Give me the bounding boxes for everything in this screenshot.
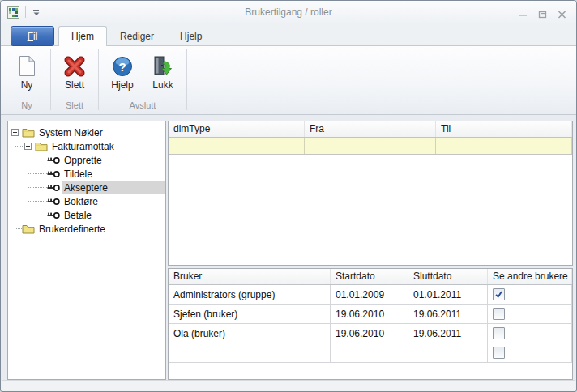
group-separator bbox=[98, 49, 99, 110]
svg-text:?: ? bbox=[118, 60, 126, 74]
tree-connector bbox=[28, 187, 47, 188]
cell-se-andre-brukere bbox=[488, 324, 572, 343]
unchecked-checkbox[interactable] bbox=[493, 308, 505, 320]
column-header-sluttdato[interactable]: Sluttdato bbox=[408, 269, 488, 284]
cell-startdato bbox=[331, 343, 408, 362]
cell-se-andre-brukere bbox=[488, 305, 572, 323]
unchecked-checkbox[interactable] bbox=[493, 347, 505, 359]
tree-item-bokf-re[interactable]: Bokføre bbox=[8, 194, 165, 208]
cell-se-andre-brukere bbox=[488, 343, 572, 362]
ribbon-group-ny: Ny Ny bbox=[5, 46, 49, 114]
tree-item-system-n-kler[interactable]: System Nøkler bbox=[8, 126, 165, 139]
tree-item-label: Fakturamottak bbox=[50, 140, 116, 153]
cell-bruker: Administrators (gruppe) bbox=[169, 285, 331, 304]
help-icon: ? bbox=[112, 52, 133, 77]
cell-bruker: Ola (bruker) bbox=[169, 324, 331, 343]
user-row-empty[interactable] bbox=[169, 343, 572, 363]
new-document-icon bbox=[19, 52, 36, 77]
user-grid-body: Administrators (gruppe)01.01.200901.01.2… bbox=[169, 285, 572, 363]
cell-sluttdato: 19.06.2011 bbox=[408, 305, 488, 323]
window-title: Brukertilgang / roller bbox=[1, 6, 576, 18]
window-controls bbox=[517, 9, 568, 19]
tree-item-akseptere[interactable]: Akseptere bbox=[8, 181, 165, 194]
maximize-button[interactable] bbox=[536, 9, 549, 19]
new-button[interactable]: Ny bbox=[7, 50, 46, 92]
tree-item-label: Akseptere bbox=[62, 181, 165, 194]
user-row-administrators-gruppe[interactable]: Administrators (gruppe)01.01.200901.01.2… bbox=[169, 285, 572, 305]
key-icon bbox=[47, 184, 60, 192]
minimize-button[interactable] bbox=[517, 9, 529, 19]
tree-item-label: Opprette bbox=[62, 154, 104, 167]
tree-item-betale[interactable]: Betale bbox=[8, 208, 165, 222]
tree-connector bbox=[28, 215, 47, 215]
checked-checkbox[interactable] bbox=[493, 288, 505, 300]
expand-collapse-box[interactable] bbox=[24, 143, 32, 150]
button-label: Ny bbox=[21, 79, 33, 91]
column-header-dimtype[interactable]: dimType bbox=[169, 121, 305, 137]
column-header-startdato[interactable]: Startdato bbox=[331, 269, 408, 284]
tree-item-tildele[interactable]: Tildele bbox=[8, 167, 165, 181]
tree-connector bbox=[28, 201, 47, 202]
tab-rediger[interactable]: Rediger bbox=[107, 26, 167, 45]
group-separator bbox=[186, 49, 187, 110]
delete-button[interactable]: Slett bbox=[55, 50, 94, 92]
tree-connector bbox=[15, 228, 22, 229]
status-bar bbox=[2, 380, 575, 390]
exit-door-icon bbox=[152, 52, 173, 77]
delete-icon bbox=[64, 52, 85, 77]
column-header-til[interactable]: Til bbox=[436, 121, 572, 137]
key-icon bbox=[47, 156, 60, 164]
column-header-se-andre-brukere[interactable]: Se andre brukere bbox=[488, 269, 572, 284]
role-tree: System NøklerFakturamottakOppretteTildel… bbox=[8, 121, 165, 379]
help-button[interactable]: ? Hjelp bbox=[103, 50, 142, 92]
dimension-grid-header: dimTypeFraTil bbox=[169, 121, 572, 138]
cell-se-andre-brukere bbox=[488, 285, 572, 304]
unchecked-checkbox[interactable] bbox=[493, 327, 505, 339]
title-bar: Brukertilgang / roller bbox=[1, 1, 576, 23]
key-icon bbox=[47, 198, 60, 206]
tree-item-label: Bokføre bbox=[62, 195, 100, 208]
file-tab[interactable]: Fil bbox=[11, 26, 54, 46]
tree-guide-line bbox=[28, 153, 28, 215]
user-row-ola-bruker[interactable]: Ola (bruker)19.06.201019.06.2011 bbox=[169, 324, 572, 343]
ribbon: Ny Ny S bbox=[1, 45, 576, 115]
divider bbox=[25, 6, 26, 18]
close-button[interactable] bbox=[556, 9, 568, 19]
filter-cell-dimtype[interactable] bbox=[169, 138, 305, 154]
filter-cell-fra[interactable] bbox=[305, 138, 436, 154]
tree-item-brukerdefinerte[interactable]: Brukerdefinerte bbox=[8, 222, 165, 236]
ribbon-group-avslutt: ? Hjelp Lukk bbox=[100, 46, 185, 114]
cell-bruker: Sjefen (bruker) bbox=[169, 305, 331, 323]
filter-cell-til[interactable] bbox=[436, 138, 572, 154]
button-label: Hjelp bbox=[111, 79, 133, 91]
tree-guide-line bbox=[15, 136, 15, 228]
tree-item-opprette[interactable]: Opprette bbox=[8, 153, 165, 167]
column-header-fra[interactable]: Fra bbox=[305, 121, 436, 137]
user-row-sjefen-bruker[interactable]: Sjefen (bruker)19.06.201019.06.2011 bbox=[169, 305, 572, 324]
cell-bruker bbox=[169, 343, 331, 362]
dimension-grid-panel: dimTypeFraTil bbox=[168, 121, 573, 266]
column-header-bruker[interactable]: Bruker bbox=[169, 269, 331, 284]
group-caption: Avslutt bbox=[103, 100, 182, 112]
tab-hjelp[interactable]: Hjelp bbox=[167, 26, 215, 45]
group-separator bbox=[50, 49, 51, 110]
folder-icon bbox=[22, 224, 35, 234]
cell-startdato: 19.06.2010 bbox=[331, 305, 408, 323]
key-icon bbox=[47, 170, 60, 178]
tree-item-fakturamottak[interactable]: Fakturamottak bbox=[8, 139, 165, 153]
expand-collapse-box[interactable] bbox=[11, 129, 19, 136]
close-window-button[interactable]: Lukk bbox=[143, 50, 182, 92]
button-label: Lukk bbox=[152, 79, 173, 91]
ribbon-tab-row: Fil Hjem Rediger Hjelp bbox=[1, 23, 576, 45]
tab-hjem[interactable]: Hjem bbox=[58, 26, 107, 46]
cell-sluttdato: 01.01.2011 bbox=[408, 285, 488, 304]
app-icon bbox=[7, 6, 19, 19]
folder-icon bbox=[22, 127, 35, 138]
button-label: Slett bbox=[65, 79, 84, 91]
tree-item-label: Betale bbox=[62, 209, 93, 222]
dimension-filter-row bbox=[169, 138, 572, 155]
cell-startdato: 19.06.2010 bbox=[331, 324, 408, 343]
role-tree-panel: System NøklerFakturamottakOppretteTildel… bbox=[7, 121, 166, 380]
group-caption: Slett bbox=[55, 100, 94, 112]
quick-access-dropdown-icon[interactable] bbox=[31, 6, 42, 18]
